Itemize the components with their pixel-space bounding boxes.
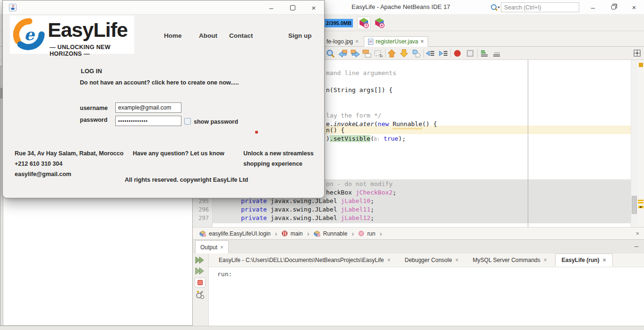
easylife-close-button[interactable]: ×	[303, 0, 324, 15]
line-number: 297	[195, 215, 209, 221]
line-number: 295	[195, 198, 209, 204]
breadcrumb-close-icon[interactable]: ×	[635, 230, 639, 237]
memory-indicator[interactable]: 2/395.0MB	[325, 19, 353, 27]
output-tab-run[interactable]: EasyLife (run) ×	[555, 254, 613, 267]
show-password-label: show password	[194, 118, 238, 125]
stop-icon	[197, 280, 203, 285]
easylife-maximize-button[interactable]	[282, 0, 303, 15]
tab-close-icon[interactable]: ×	[603, 257, 606, 263]
easylife-titlebar: – ×	[3, 0, 324, 15]
output-panel-tab[interactable]: Output ×	[195, 240, 229, 254]
output-tab-label: MySQL Server Commands	[473, 257, 541, 263]
code-line: on - do not modify	[326, 180, 393, 188]
tab-close-icon[interactable]: ×	[544, 257, 547, 263]
breadcrumb-label: easylife.EasyLifeUI.login	[209, 230, 271, 237]
nav-contact[interactable]: Contact	[229, 32, 253, 39]
nav-home[interactable]: Home	[164, 32, 182, 39]
breadcrumb-label: run	[367, 230, 375, 237]
class-icon	[314, 230, 320, 237]
code-line: n(String args[]) {	[326, 86, 393, 94]
last-edit-icon[interactable]	[362, 49, 372, 58]
forward-icon[interactable]	[351, 49, 360, 58]
easylife-window: – × e EasyLife — UNLOCKING NEW HORIZONS …	[2, 0, 325, 198]
uncomment-icon[interactable]	[492, 49, 502, 58]
ide-minimize-button[interactable]: –	[585, 0, 601, 14]
warning-mark[interactable]	[638, 206, 644, 208]
comment-icon[interactable]	[480, 49, 489, 58]
rerun-debug-icon[interactable]	[195, 267, 206, 275]
shift-right-icon[interactable]	[438, 49, 448, 58]
search-icon[interactable]	[490, 4, 500, 11]
output-panel: EasyLife - C:\Users\DELL\Documents\NetBe…	[208, 254, 644, 326]
ide-close-button[interactable]: ×	[626, 0, 642, 14]
footer-copyright: All rights reserved. copywright EasyLife…	[125, 177, 248, 183]
tab-close-icon[interactable]: ×	[421, 39, 424, 44]
tab-close-icon[interactable]: ×	[220, 245, 223, 250]
password-input[interactable]	[115, 116, 181, 126]
output-tab-label: Output	[200, 244, 217, 251]
tab-fe-logo-label: fe-logo.jpg	[326, 38, 353, 45]
run-settings-icon[interactable]	[195, 290, 206, 299]
easylife-logo-mark-icon: e	[13, 18, 46, 51]
breadcrumb-label: main	[291, 230, 303, 237]
nav-signup[interactable]: Sign up	[288, 32, 312, 39]
output-tab-mysql[interactable]: MySQL Server Commands ×	[467, 254, 553, 267]
show-password-checkbox[interactable]	[184, 118, 191, 125]
tab-close-icon[interactable]: ×	[387, 257, 390, 263]
find-icon[interactable]	[326, 49, 335, 58]
tab-close-icon[interactable]: ×	[455, 257, 459, 263]
code-line: n() {	[326, 126, 344, 135]
username-input[interactable]	[115, 102, 181, 113]
ide-search-input[interactable]	[501, 2, 579, 12]
signup-prompt-link[interactable]: Do not have an account? click here to cr…	[80, 79, 239, 86]
output-tab-build[interactable]: EasyLife - C:\Users\DELL\Documents\NetBe…	[213, 254, 397, 267]
editor-scrollbar[interactable]	[631, 60, 637, 227]
rectangular-selection-icon[interactable]	[374, 49, 383, 58]
nav-about[interactable]: About	[199, 32, 217, 39]
record-macro-icon[interactable]	[453, 49, 463, 58]
output-inner-tabs: EasyLife - C:\Users\DELL\Documents\NetBe…	[209, 254, 644, 267]
breadcrumb-item-runnable[interactable]: Runnable	[314, 230, 347, 237]
username-label: username	[80, 105, 108, 111]
netbeans-title: EasyLife - Apache NetBeans IDE 17	[352, 3, 450, 10]
footer-email: easylife@gmail.com	[15, 171, 71, 178]
output-minimize-icon[interactable]: –	[635, 242, 638, 250]
breadcrumb-item-run[interactable]: run	[358, 230, 375, 237]
code-line: private javax.swing.JLabel jLabel11;	[241, 205, 374, 214]
back-icon[interactable]	[338, 49, 348, 58]
next-bookmark-icon[interactable]	[400, 49, 409, 58]
output-tab-label: EasyLife (run)	[562, 257, 600, 263]
warning-mark[interactable]	[638, 200, 644, 201]
warning-mark-dot	[640, 206, 642, 208]
footer-phone: +212 610 310 304	[15, 161, 62, 167]
code-line: ).setVisible(b: true);	[326, 135, 406, 144]
maximize-icon	[290, 5, 295, 10]
footer-tagline-line1: Unlock a new streamless	[243, 150, 314, 157]
attach-profiler-button[interactable]	[373, 17, 386, 29]
output-tab-label: Debugger Console	[405, 257, 452, 263]
editor-split-icon[interactable]	[634, 50, 641, 57]
stop-run-button[interactable]	[195, 278, 206, 288]
tab-registeruser-java[interactable]: registerUser.java ×	[364, 36, 428, 47]
rerun-icon[interactable]	[195, 256, 206, 264]
main-method-icon	[282, 230, 288, 237]
scrollbar-thumb[interactable]	[632, 196, 637, 214]
breadcrumb-item-main[interactable]: main	[282, 230, 303, 237]
tab-fe-logo[interactable]: fe-logo.jpg ×	[323, 36, 362, 47]
footer-tagline-line2: shopping experience	[243, 161, 302, 167]
breadcrumb-item-class[interactable]: easylife.EasyLifeUI.login	[199, 230, 271, 237]
login-heading: LOG IN	[81, 68, 102, 75]
toggle-bookmark-icon[interactable]	[412, 49, 421, 58]
brand-name: EasyLife	[48, 18, 128, 42]
stop-macro-icon[interactable]	[466, 49, 475, 58]
easylife-logo: e EasyLife — UNLOCKING NEW HORIZONS —	[10, 16, 134, 54]
ide-restore-button[interactable]	[605, 0, 621, 14]
output-tab-debugger[interactable]: Debugger Console ×	[399, 254, 465, 267]
shift-left-icon[interactable]	[426, 49, 435, 58]
previous-bookmark-icon[interactable]	[387, 49, 397, 58]
profile-project-button[interactable]	[357, 17, 370, 29]
warning-mark[interactable]	[638, 202, 644, 203]
easylife-minimize-button[interactable]: –	[261, 0, 282, 15]
warning-mark[interactable]	[639, 63, 643, 67]
tab-close-icon[interactable]: ×	[355, 39, 359, 44]
